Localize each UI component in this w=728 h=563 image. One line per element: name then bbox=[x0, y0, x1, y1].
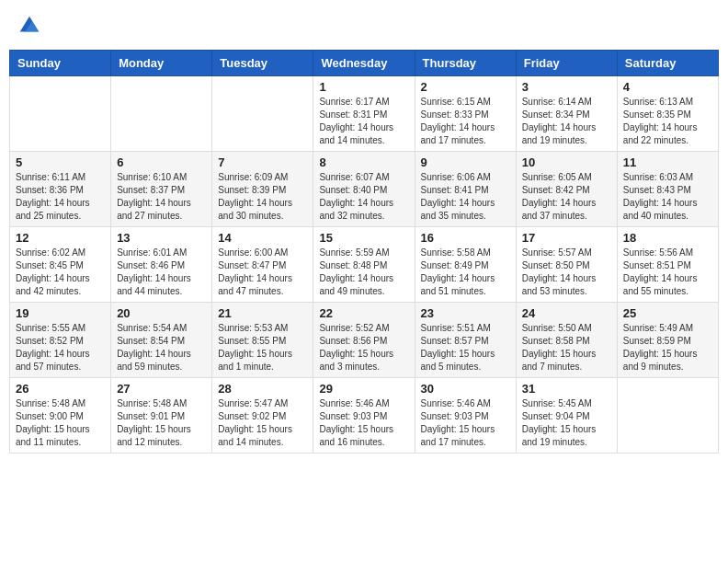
day-info: Sunrise: 5:45 AMSunset: 9:04 PMDaylight:… bbox=[522, 397, 611, 449]
day-info: Sunrise: 6:17 AMSunset: 8:31 PMDaylight:… bbox=[319, 96, 408, 147]
calendar-cell bbox=[111, 76, 212, 152]
calendar-cell: 14 Sunrise: 6:00 AMSunset: 8:47 PMDaylig… bbox=[212, 227, 313, 303]
day-number: 13 bbox=[117, 231, 206, 245]
weekday-header-tuesday: Tuesday bbox=[212, 51, 313, 76]
day-number: 9 bbox=[421, 155, 510, 169]
day-number: 25 bbox=[623, 306, 712, 320]
day-number: 22 bbox=[319, 306, 408, 320]
calendar-cell: 9 Sunrise: 6:06 AMSunset: 8:41 PMDayligh… bbox=[415, 152, 516, 227]
calendar-cell: 2 Sunrise: 6:15 AMSunset: 8:33 PMDayligh… bbox=[415, 76, 516, 152]
day-info: Sunrise: 6:13 AMSunset: 8:35 PMDaylight:… bbox=[623, 96, 712, 147]
calendar-cell: 12 Sunrise: 6:02 AMSunset: 8:45 PMDaylig… bbox=[10, 227, 111, 303]
calendar-cell: 11 Sunrise: 6:03 AMSunset: 8:43 PMDaylig… bbox=[617, 152, 718, 227]
day-number: 14 bbox=[218, 231, 307, 245]
calendar-cell: 10 Sunrise: 6:05 AMSunset: 8:42 PMDaylig… bbox=[516, 152, 617, 227]
day-info: Sunrise: 5:46 AMSunset: 9:03 PMDaylight:… bbox=[319, 397, 408, 449]
calendar-cell: 16 Sunrise: 5:58 AMSunset: 8:49 PMDaylig… bbox=[415, 227, 516, 303]
day-info: Sunrise: 6:15 AMSunset: 8:33 PMDaylight:… bbox=[421, 96, 510, 147]
weekday-header-sunday: Sunday bbox=[10, 51, 111, 76]
calendar-cell: 26 Sunrise: 5:48 AMSunset: 9:00 PMDaylig… bbox=[10, 378, 111, 454]
day-number: 19 bbox=[16, 306, 105, 320]
day-info: Sunrise: 5:55 AMSunset: 8:52 PMDaylight:… bbox=[16, 322, 105, 373]
day-number: 12 bbox=[16, 231, 105, 245]
calendar-cell: 4 Sunrise: 6:13 AMSunset: 8:35 PMDayligh… bbox=[617, 76, 718, 152]
day-number: 4 bbox=[623, 80, 712, 94]
day-number: 16 bbox=[421, 231, 510, 245]
calendar-week-row: 26 Sunrise: 5:48 AMSunset: 9:00 PMDaylig… bbox=[10, 378, 719, 454]
day-number: 8 bbox=[319, 155, 408, 169]
calendar-cell: 5 Sunrise: 6:11 AMSunset: 8:36 PMDayligh… bbox=[10, 152, 111, 227]
calendar-cell: 15 Sunrise: 5:59 AMSunset: 8:48 PMDaylig… bbox=[313, 227, 415, 303]
day-info: Sunrise: 5:49 AMSunset: 8:59 PMDaylight:… bbox=[623, 322, 712, 373]
calendar-cell: 17 Sunrise: 5:57 AMSunset: 8:50 PMDaylig… bbox=[516, 227, 617, 303]
day-info: Sunrise: 5:48 AMSunset: 9:01 PMDaylight:… bbox=[117, 397, 206, 449]
calendar-week-row: 19 Sunrise: 5:55 AMSunset: 8:52 PMDaylig… bbox=[10, 303, 719, 378]
weekday-header-wednesday: Wednesday bbox=[313, 51, 415, 76]
day-info: Sunrise: 6:07 AMSunset: 8:40 PMDaylight:… bbox=[319, 171, 408, 223]
day-info: Sunrise: 6:05 AMSunset: 8:42 PMDaylight:… bbox=[522, 171, 611, 223]
weekday-header-friday: Friday bbox=[516, 51, 617, 76]
calendar-cell: 18 Sunrise: 5:56 AMSunset: 8:51 PMDaylig… bbox=[617, 227, 718, 303]
calendar-cell bbox=[212, 76, 313, 152]
calendar-cell: 20 Sunrise: 5:54 AMSunset: 8:54 PMDaylig… bbox=[111, 303, 212, 378]
day-info: Sunrise: 5:46 AMSunset: 9:03 PMDaylight:… bbox=[421, 397, 510, 449]
calendar-cell: 13 Sunrise: 6:01 AMSunset: 8:46 PMDaylig… bbox=[111, 227, 212, 303]
calendar-cell bbox=[10, 76, 111, 152]
day-number: 20 bbox=[117, 306, 206, 320]
day-info: Sunrise: 5:52 AMSunset: 8:56 PMDaylight:… bbox=[319, 322, 408, 373]
calendar-header-row: SundayMondayTuesdayWednesdayThursdayFrid… bbox=[10, 51, 719, 76]
day-number: 24 bbox=[522, 306, 611, 320]
calendar-cell bbox=[617, 378, 718, 454]
day-number: 2 bbox=[421, 80, 510, 94]
calendar-cell: 21 Sunrise: 5:53 AMSunset: 8:55 PMDaylig… bbox=[212, 303, 313, 378]
day-info: Sunrise: 5:50 AMSunset: 8:58 PMDaylight:… bbox=[522, 322, 611, 373]
day-info: Sunrise: 5:54 AMSunset: 8:54 PMDaylight:… bbox=[117, 322, 206, 373]
calendar-cell: 28 Sunrise: 5:47 AMSunset: 9:02 PMDaylig… bbox=[212, 378, 313, 454]
calendar-cell: 22 Sunrise: 5:52 AMSunset: 8:56 PMDaylig… bbox=[313, 303, 415, 378]
day-number: 15 bbox=[319, 231, 408, 245]
page-header bbox=[9, 9, 719, 42]
day-info: Sunrise: 6:01 AMSunset: 8:46 PMDaylight:… bbox=[117, 247, 206, 298]
day-number: 17 bbox=[522, 231, 611, 245]
calendar-cell: 23 Sunrise: 5:51 AMSunset: 8:57 PMDaylig… bbox=[415, 303, 516, 378]
day-number: 26 bbox=[16, 382, 105, 396]
calendar-cell: 25 Sunrise: 5:49 AMSunset: 8:59 PMDaylig… bbox=[617, 303, 718, 378]
calendar-cell: 24 Sunrise: 5:50 AMSunset: 8:58 PMDaylig… bbox=[516, 303, 617, 378]
day-info: Sunrise: 6:06 AMSunset: 8:41 PMDaylight:… bbox=[421, 171, 510, 223]
day-number: 7 bbox=[218, 155, 307, 169]
day-number: 11 bbox=[623, 155, 712, 169]
calendar-cell: 27 Sunrise: 5:48 AMSunset: 9:01 PMDaylig… bbox=[111, 378, 212, 454]
day-number: 18 bbox=[623, 231, 712, 245]
day-number: 10 bbox=[522, 155, 611, 169]
calendar-week-row: 12 Sunrise: 6:02 AMSunset: 8:45 PMDaylig… bbox=[10, 227, 719, 303]
day-number: 23 bbox=[421, 306, 510, 320]
calendar-cell: 19 Sunrise: 5:55 AMSunset: 8:52 PMDaylig… bbox=[10, 303, 111, 378]
day-number: 27 bbox=[117, 382, 206, 396]
day-number: 30 bbox=[421, 382, 510, 396]
logo-icon bbox=[17, 13, 42, 39]
weekday-header-monday: Monday bbox=[111, 51, 212, 76]
day-info: Sunrise: 6:09 AMSunset: 8:39 PMDaylight:… bbox=[218, 171, 307, 223]
day-number: 31 bbox=[522, 382, 611, 396]
day-info: Sunrise: 5:57 AMSunset: 8:50 PMDaylight:… bbox=[522, 247, 611, 298]
day-number: 6 bbox=[117, 155, 206, 169]
calendar-week-row: 5 Sunrise: 6:11 AMSunset: 8:36 PMDayligh… bbox=[10, 152, 719, 227]
day-info: Sunrise: 5:58 AMSunset: 8:49 PMDaylight:… bbox=[421, 247, 510, 298]
day-info: Sunrise: 6:11 AMSunset: 8:36 PMDaylight:… bbox=[16, 171, 105, 223]
calendar-cell: 3 Sunrise: 6:14 AMSunset: 8:34 PMDayligh… bbox=[516, 76, 617, 152]
calendar-cell: 6 Sunrise: 6:10 AMSunset: 8:37 PMDayligh… bbox=[111, 152, 212, 227]
calendar-cell: 1 Sunrise: 6:17 AMSunset: 8:31 PMDayligh… bbox=[313, 76, 415, 152]
calendar-cell: 29 Sunrise: 5:46 AMSunset: 9:03 PMDaylig… bbox=[313, 378, 415, 454]
day-info: Sunrise: 5:47 AMSunset: 9:02 PMDaylight:… bbox=[218, 397, 307, 449]
day-info: Sunrise: 6:02 AMSunset: 8:45 PMDaylight:… bbox=[16, 247, 105, 298]
weekday-header-thursday: Thursday bbox=[415, 51, 516, 76]
day-number: 28 bbox=[218, 382, 307, 396]
day-info: Sunrise: 6:03 AMSunset: 8:43 PMDaylight:… bbox=[623, 171, 712, 223]
calendar-week-row: 1 Sunrise: 6:17 AMSunset: 8:31 PMDayligh… bbox=[10, 76, 719, 152]
day-info: Sunrise: 6:14 AMSunset: 8:34 PMDaylight:… bbox=[522, 96, 611, 147]
day-info: Sunrise: 6:00 AMSunset: 8:47 PMDaylight:… bbox=[218, 247, 307, 298]
logo bbox=[17, 13, 46, 39]
day-number: 1 bbox=[319, 80, 408, 94]
day-number: 21 bbox=[218, 306, 307, 320]
calendar-table: SundayMondayTuesdayWednesdayThursdayFrid… bbox=[9, 50, 719, 454]
